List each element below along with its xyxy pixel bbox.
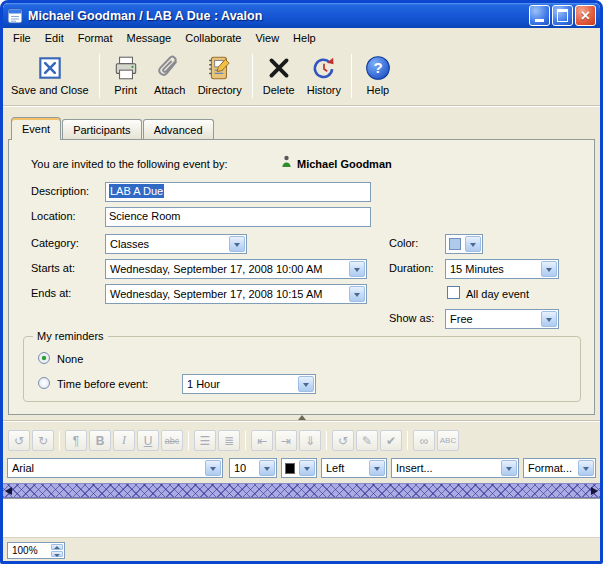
ruler[interactable]: [3, 483, 600, 498]
show-as-dropdown[interactable]: Free: [445, 309, 559, 329]
toolbar-separator: [407, 431, 408, 450]
alignment-dropdown[interactable]: Left: [321, 458, 387, 478]
format-dropdown[interactable]: Format...: [523, 458, 596, 478]
save-close-icon: [35, 53, 65, 83]
chevron-down-icon: [259, 460, 275, 476]
save-and-close-label: Save and Close: [11, 84, 89, 96]
directory-icon: [205, 53, 235, 83]
zoom-spinner: [50, 543, 64, 558]
font-color-dropdown[interactable]: [281, 458, 317, 478]
delete-button[interactable]: Delete: [257, 50, 301, 102]
chevron-down-icon: [541, 311, 557, 327]
move-down-button[interactable]: ⇓: [299, 430, 321, 451]
chevron-down-icon: [578, 460, 594, 476]
chevron-down-icon: [349, 261, 365, 277]
reminder-time-dropdown[interactable]: 1 Hour: [182, 374, 316, 394]
ends-at-dropdown[interactable]: Wednesday, September 17, 2008 10:15 AM: [105, 284, 367, 304]
font-toolbar: Arial 10 Left Insert... Format...: [3, 456, 600, 480]
maximize-button[interactable]: [552, 5, 573, 26]
category-label: Category:: [31, 237, 79, 249]
help-icon: ?: [363, 53, 393, 83]
delete-icon: [264, 53, 294, 83]
help-button[interactable]: ? Help: [356, 50, 400, 102]
history-button[interactable]: History: [301, 50, 347, 102]
zoom-up-button[interactable]: [51, 544, 63, 550]
revert-button[interactable]: ↺: [332, 430, 354, 451]
duration-label: Duration:: [389, 262, 434, 274]
splitter-grip-icon: [298, 415, 306, 420]
menu-edit[interactable]: Edit: [38, 30, 71, 46]
bullet-list-button[interactable]: ☰: [194, 430, 216, 451]
reminder-none-radio[interactable]: [38, 352, 50, 364]
reminder-none-label[interactable]: None: [57, 353, 83, 365]
zoom-value: 100%: [12, 545, 38, 556]
category-dropdown[interactable]: Classes: [105, 234, 247, 254]
outdent-button[interactable]: ⇤: [251, 430, 273, 451]
my-reminders-group: My reminders None Time before event: 1 H…: [23, 336, 581, 402]
all-day-event-label[interactable]: All day event: [466, 288, 529, 300]
italic-button[interactable]: I: [113, 430, 135, 451]
chevron-down-icon: [205, 460, 221, 476]
organizer-icon: [281, 154, 292, 172]
invited-by-label: You are invited to the following event b…: [31, 158, 228, 170]
location-label: Location:: [31, 210, 76, 222]
underline-button[interactable]: U: [137, 430, 159, 451]
accept-button[interactable]: ✔: [380, 430, 402, 451]
menu-view[interactable]: View: [248, 30, 286, 46]
menu-help[interactable]: Help: [286, 30, 323, 46]
ruler-left-marker-icon[interactable]: [5, 487, 12, 495]
print-button[interactable]: Print: [104, 50, 148, 102]
tab-advanced[interactable]: Advanced: [143, 119, 214, 139]
panel-splitter[interactable]: [3, 415, 600, 426]
chevron-down-icon: [298, 376, 314, 392]
tab-participants[interactable]: Participants: [62, 119, 141, 139]
location-input[interactable]: Science Room: [105, 207, 371, 227]
toolbar-separator: [99, 54, 100, 98]
insert-dropdown[interactable]: Insert...: [391, 458, 519, 478]
font-size-dropdown[interactable]: 10: [229, 458, 277, 478]
chevron-down-icon: [369, 460, 385, 476]
all-day-event-checkbox[interactable]: [447, 286, 460, 299]
spell-check-button[interactable]: ABC: [437, 430, 459, 451]
menu-message[interactable]: Message: [120, 30, 179, 46]
delete-label: Delete: [263, 84, 295, 96]
menu-format[interactable]: Format: [71, 30, 120, 46]
format-value: Format...: [524, 462, 577, 474]
font-family-dropdown[interactable]: Arial: [7, 458, 223, 478]
category-value: Classes: [106, 238, 228, 250]
bold-button[interactable]: B: [89, 430, 111, 451]
edit-button[interactable]: ✎: [356, 430, 378, 451]
tab-event[interactable]: Event: [11, 117, 61, 140]
redo-button[interactable]: ↻: [32, 430, 54, 451]
zoom-down-button[interactable]: [51, 551, 63, 557]
titlebar[interactable]: Michael Goodman / LAB A Due : Avalon: [3, 3, 600, 28]
directory-button[interactable]: Directory: [192, 50, 248, 102]
pilcrow-button[interactable]: ¶: [65, 430, 87, 451]
zoom-control[interactable]: 100%: [7, 542, 65, 559]
minimize-button[interactable]: [529, 5, 550, 26]
message-body[interactable]: [3, 498, 600, 537]
find-button[interactable]: ∞: [413, 430, 435, 451]
attach-button[interactable]: Attach: [148, 50, 192, 102]
undo-button[interactable]: ↺: [8, 430, 30, 451]
numbered-list-button[interactable]: ≣: [218, 430, 240, 451]
starts-at-dropdown[interactable]: Wednesday, September 17, 2008 10:00 AM: [105, 259, 367, 279]
color-label: Color:: [389, 237, 418, 249]
print-icon: [111, 53, 141, 83]
close-button[interactable]: [575, 5, 596, 26]
strikethrough-button[interactable]: abc: [161, 430, 183, 451]
color-dropdown[interactable]: [445, 234, 483, 254]
location-value: Science Room: [109, 210, 181, 222]
help-label: Help: [367, 84, 390, 96]
menu-collaborate[interactable]: Collaborate: [178, 30, 248, 46]
description-input[interactable]: LAB A Due: [105, 182, 371, 202]
duration-value: 15 Minutes: [446, 263, 540, 275]
menu-file[interactable]: File: [6, 30, 38, 46]
indent-button[interactable]: ⇥: [275, 430, 297, 451]
duration-dropdown[interactable]: 15 Minutes: [445, 259, 559, 279]
reminder-time-label[interactable]: Time before event:: [57, 378, 148, 390]
reminder-time-radio[interactable]: [38, 377, 50, 389]
ruler-right-marker-icon[interactable]: [591, 487, 598, 495]
toolbar-separator: [59, 431, 60, 450]
save-and-close-button[interactable]: Save and Close: [5, 50, 95, 102]
